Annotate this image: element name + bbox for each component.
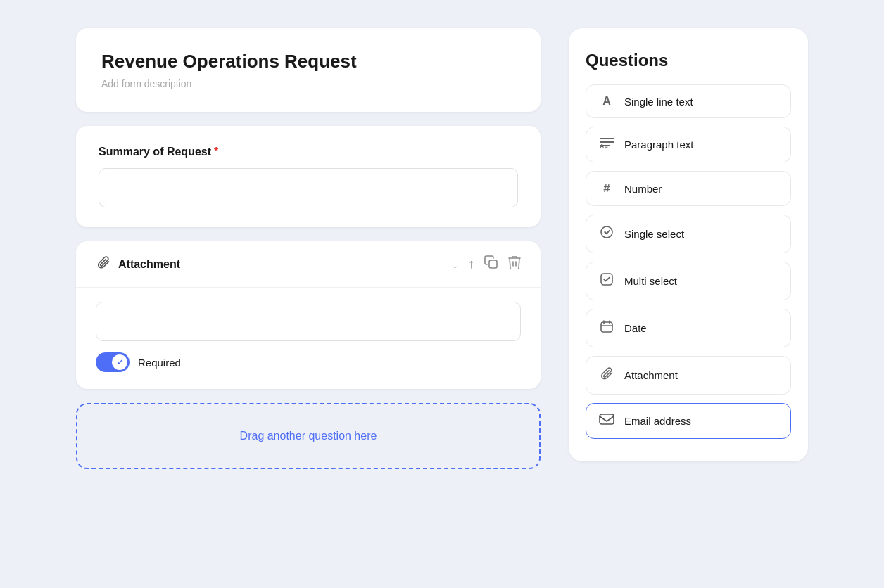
number-label: Number: [624, 183, 662, 195]
attachment-card: Attachment ↓ ↑: [76, 241, 541, 389]
paragraph-text-icon: A≡: [599, 137, 614, 152]
question-item-paragraph-text[interactable]: A≡ Paragraph text: [586, 127, 791, 162]
single-select-label: Single select: [624, 228, 684, 240]
number-icon: #: [599, 181, 614, 196]
attachment-label-group: Attachment: [96, 255, 180, 273]
single-line-text-icon: A: [599, 95, 614, 108]
question-item-email[interactable]: Email address: [586, 403, 791, 439]
toggle-knob: ✓: [112, 354, 127, 370]
form-header-card: Revenue Operations Request Add form desc…: [76, 28, 541, 112]
single-line-text-label: Single line text: [624, 96, 693, 108]
paragraph-text-label: Paragraph text: [624, 139, 693, 151]
single-select-icon: [599, 225, 614, 243]
svg-point-5: [601, 226, 612, 238]
delete-icon[interactable]: [508, 255, 521, 273]
attachment-q-icon: [599, 366, 614, 384]
email-icon: [599, 414, 614, 428]
svg-rect-0: [489, 260, 497, 268]
question-item-single-line-text[interactable]: A Single line text: [586, 84, 791, 118]
attachment-header: Attachment ↓ ↑: [76, 241, 541, 288]
date-icon: [599, 319, 614, 337]
attachment-actions: ↓ ↑: [452, 255, 521, 273]
attachment-input[interactable]: [96, 302, 521, 341]
toggle-check-icon: ✓: [117, 358, 123, 367]
required-label: Required: [138, 357, 181, 369]
left-panel: Revenue Operations Request Add form desc…: [76, 28, 541, 469]
move-down-icon[interactable]: ↓: [452, 257, 458, 271]
email-label: Email address: [624, 415, 691, 427]
questions-panel: Questions A Single line text A≡ Paragrap…: [569, 28, 808, 461]
move-up-icon[interactable]: ↑: [468, 257, 474, 271]
multi-select-icon: [599, 272, 614, 290]
attachment-q-label: Attachment: [624, 369, 678, 381]
summary-text-input[interactable]: [99, 168, 518, 207]
required-toggle[interactable]: ✓: [96, 352, 130, 372]
questions-panel-title: Questions: [586, 51, 791, 70]
question-item-attachment[interactable]: Attachment: [586, 356, 791, 395]
summary-field-card: Summary of Request*: [76, 126, 541, 227]
question-item-multi-select[interactable]: Multi select: [586, 262, 791, 300]
date-label: Date: [624, 322, 647, 334]
drag-zone-text: Drag another question here: [240, 430, 377, 442]
attachment-body: ✓ Required: [76, 288, 541, 389]
svg-text:A≡: A≡: [600, 143, 608, 148]
attachment-icon: [96, 255, 111, 273]
question-item-single-select[interactable]: Single select: [586, 215, 791, 253]
form-title[interactable]: Revenue Operations Request: [101, 51, 515, 72]
form-description-placeholder[interactable]: Add form description: [101, 78, 515, 89]
question-item-date[interactable]: Date: [586, 309, 791, 347]
duplicate-icon[interactable]: [484, 255, 498, 273]
svg-rect-8: [601, 322, 612, 332]
question-item-number[interactable]: # Number: [586, 171, 791, 206]
attachment-label: Attachment: [118, 258, 180, 271]
app-container: Revenue Operations Request Add form desc…: [0, 0, 884, 588]
required-star: *: [214, 146, 218, 158]
summary-field-label: Summary of Request*: [99, 146, 518, 158]
required-toggle-row: ✓ Required: [96, 352, 521, 372]
multi-select-label: Multi select: [624, 275, 677, 287]
svg-rect-12: [600, 414, 614, 424]
drag-drop-zone[interactable]: Drag another question here: [76, 403, 541, 469]
